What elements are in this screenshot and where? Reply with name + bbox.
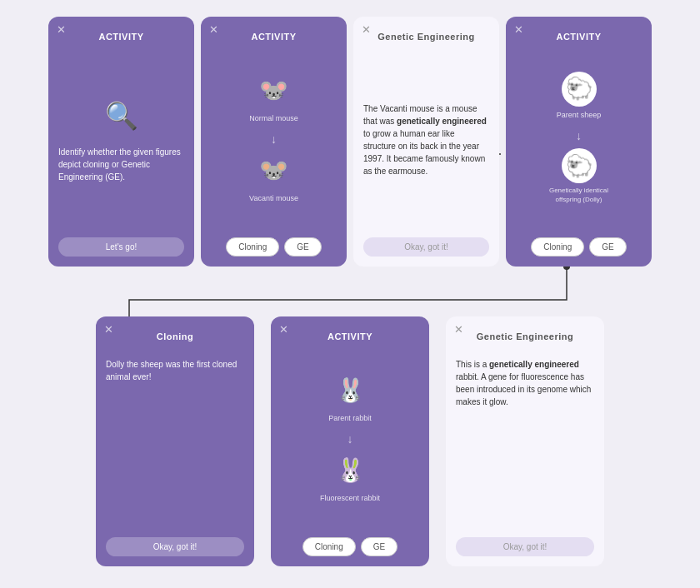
parent-rabbit-label: Parent rabbit [328,413,372,425]
btn-row-2: Cloning GE [211,237,337,257]
card-text-1: Identify whether the given figures depic… [58,146,184,183]
lets-go-button[interactable]: Let's go! [58,237,184,257]
card-footer-7: Okay, got it! [456,537,594,556]
cloning-button-2[interactable]: Cloning [531,237,584,257]
close-icon-4[interactable]: ✕ [514,23,523,36]
arrow-down-2: ↓ [576,127,582,145]
card-title-6: ACTIVITY [281,331,419,341]
vacanti-mouse-icon: 🐭 [259,153,288,188]
card-cloning-info: ✕ Cloning Dolly the sheep was the first … [96,316,254,566]
ge-button-1[interactable]: GE [284,237,321,257]
card-title-2: ACTIVITY [211,32,337,42]
close-icon-6[interactable]: ✕ [279,323,288,336]
card-body-6: 🐰 Parent rabbit ↓ 🐰 Fluorescent rabbit [281,350,419,529]
card-title-3: Genetic Engineering [363,32,489,42]
vacanti-mouse-label: Vacanti mouse [249,193,298,205]
card-activity-intro: ✕ ACTIVITY 🔍 Identify whether the given … [48,17,194,267]
magnifier-icon: 🔍 [105,96,138,136]
card-title-5: Cloning [106,331,244,341]
card-activity-rabbits: ✕ ACTIVITY 🐰 Parent rabbit ↓ 🐰 Fluoresce… [271,316,429,566]
dolly-sheep-label: Genetically identicaloffspring (Dolly) [549,187,608,204]
btn-row-4: Cloning GE [516,237,642,257]
arrow-down-3: ↓ [348,431,353,448]
close-icon-1[interactable]: ✕ [57,23,66,36]
close-icon-7[interactable]: ✕ [454,323,463,336]
card-text-3: The Vacanti mouse is a mouse that was ge… [363,102,489,177]
cloning-button-1[interactable]: Cloning [226,237,279,257]
card-title-7: Genetic Engineering [456,331,594,341]
fluorescent-rabbit-icon: 🐰 [336,453,365,488]
parent-sheep-label: Parent sheep [557,110,602,122]
okay-got-it-button-1[interactable]: Okay, got it! [363,237,489,257]
card-activity-mice: ✕ ACTIVITY 🐭 Normal mouse ↓ 🐭 Vacanti mo… [201,17,347,267]
card-body-3: The Vacanti mouse is a mouse that was ge… [363,50,489,229]
cloning-button-3[interactable]: Cloning [302,537,356,556]
close-icon-2[interactable]: ✕ [209,23,218,36]
normal-mouse-label: Normal mouse [249,113,298,125]
normal-mouse-icon: 🐭 [259,73,288,108]
ge-button-3[interactable]: GE [361,537,398,556]
card-body-2: 🐭 Normal mouse ↓ 🐭 Vacanti mouse [211,50,337,229]
card-footer-1: Let's go! [58,237,184,257]
top-row: ✕ ACTIVITY 🔍 Identify whether the given … [8,17,692,267]
parent-rabbit-icon: 🐰 [336,373,365,408]
fluorescent-rabbit-label: Fluorescent rabbit [320,493,380,505]
btn-row-6: Cloning GE [281,537,419,556]
card-footer-2: Cloning GE [211,237,337,257]
card-footer-5: Okay, got it! [106,537,244,556]
parent-sheep-icon: 🐑 [562,72,597,107]
close-icon-5[interactable]: ✕ [104,323,113,336]
bottom-row: ✕ Cloning Dolly the sheep was the first … [8,316,692,566]
card-activity-sheep: ✕ ACTIVITY 🐑 Parent sheep ↓ 🐑 Geneticall… [506,17,652,267]
card-text-7: This is a genetically engineered rabbit.… [456,358,594,408]
card-text-5: Dolly the sheep was the first cloned ani… [106,358,244,383]
card-footer-3: Okay, got it! [363,237,489,257]
close-icon-3[interactable]: ✕ [362,23,371,36]
card-title-4: ACTIVITY [516,32,642,42]
ge-button-2[interactable]: GE [589,237,626,257]
card-body-4: 🐑 Parent sheep ↓ 🐑 Genetically identical… [516,50,642,229]
arrow-down-1: ↓ [271,131,277,148]
card-body-1: 🔍 Identify whether the given figures dep… [58,50,184,229]
okay-got-it-button-3[interactable]: Okay, got it! [456,537,594,556]
card-footer-4: Cloning GE [516,237,642,257]
card-body-7: This is a genetically engineered rabbit.… [456,350,594,529]
card-ge-info-1: ✕ Genetic Engineering The Vacanti mouse … [353,17,499,267]
okay-got-it-button-2[interactable]: Okay, got it! [106,537,244,556]
card-footer-6: Cloning GE [281,537,419,556]
card-ge-info-2: ✕ Genetic Engineering This is a genetica… [446,316,604,566]
dolly-sheep-icon: 🐑 [562,148,597,183]
flow-container: ✕ ACTIVITY 🔍 Identify whether the given … [0,0,700,588]
card-title-1: ACTIVITY [58,32,184,42]
card-body-5: Dolly the sheep was the first cloned ani… [106,350,244,529]
